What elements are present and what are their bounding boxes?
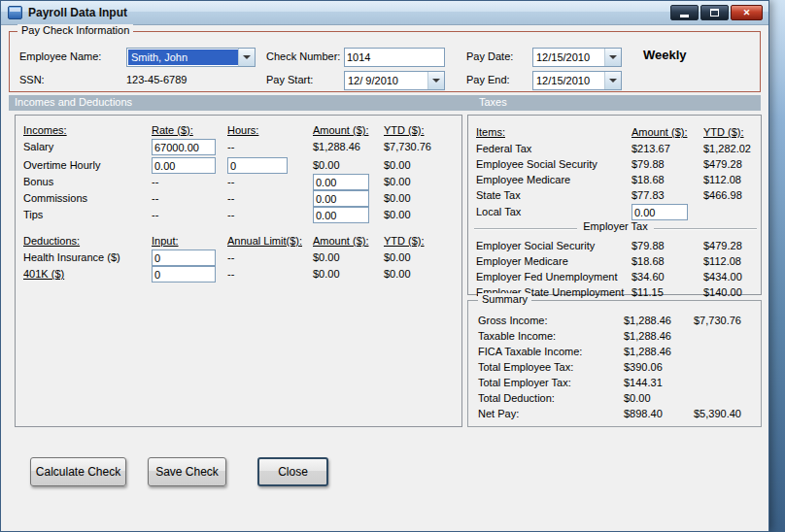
taxes-section-header: Taxes: [479, 96, 507, 108]
tax-row: Employer Fed Unemployment $34.60 $434.00: [468, 271, 761, 286]
cell-value: $112.08: [703, 255, 741, 267]
incomes-section-header: Incomes and Deductions: [15, 96, 132, 108]
401k-input[interactable]: [152, 266, 216, 283]
overtime-rate-input[interactable]: [152, 157, 216, 174]
close-button[interactable]: ✕: [731, 5, 763, 20]
ssn-value: 123-45-6789: [126, 74, 187, 85]
employee-name-combobox[interactable]: Smith, John: [126, 48, 256, 67]
tips-amount-input[interactable]: [313, 207, 369, 223]
close-check-button[interactable]: Close: [257, 457, 328, 486]
cell-value: --: [227, 268, 234, 280]
row-label: FICA Taxable Income:: [478, 346, 582, 357]
save-check-button[interactable]: Save Check: [148, 457, 226, 486]
employee-name-dropdown-button[interactable]: [238, 49, 255, 66]
maximize-button[interactable]: [700, 5, 729, 20]
cell-value: --: [152, 209, 158, 220]
minimize-icon: [680, 15, 689, 17]
cell-value: $0.00: [384, 192, 411, 204]
titlebar[interactable]: Payroll Data Input ✕: [1, 1, 768, 25]
tax-row: Employer Medicare $18.68 $112.08: [468, 255, 761, 271]
summary-row: FICA Taxable Income: $1,288.46: [468, 346, 761, 361]
health-insurance-input[interactable]: [152, 249, 216, 266]
cell-value: $144.31: [624, 377, 663, 388]
close-icon: ✕: [743, 9, 751, 17]
pay-date-picker[interactable]: 12/15/2010: [532, 48, 622, 67]
cell-value: $79.88: [631, 158, 665, 170]
tax-row: Federal Tax $213.67 $1,282.02: [468, 143, 761, 158]
cell-value: $0.00: [384, 251, 411, 263]
row-label: Employer Medicare: [476, 255, 568, 267]
employee-name-selected-value: Smith, John: [128, 50, 238, 65]
column-header: Rate ($):: [152, 124, 193, 136]
cell-value: $390.06: [624, 361, 663, 373]
tax-row: Employee Social Security $79.88 $479.28: [468, 158, 761, 174]
cell-value: $34.60: [631, 271, 665, 283]
column-header: Amount ($):: [631, 126, 687, 138]
cell-value: $77.83: [631, 189, 665, 201]
incomes-header-row: Incomes: Rate ($): Hours: Amount ($): YT…: [16, 124, 461, 140]
row-label: Employer Social Security: [476, 240, 595, 251]
income-row-tips: Tips -- -- $0.00: [16, 209, 461, 224]
cell-value: $18.68: [631, 255, 665, 267]
row-label: Employee Social Security: [476, 158, 597, 170]
local-tax-input[interactable]: [631, 204, 688, 220]
cell-value: $18.68: [631, 174, 665, 185]
cell-value: --: [227, 192, 234, 204]
paycheck-info-groupbox: Pay Check Information Employee Name: Smi…: [9, 31, 761, 92]
row-label: Total Employer Tax:: [478, 377, 571, 388]
cell-value: $213.67: [631, 143, 670, 154]
minimize-button[interactable]: [670, 5, 699, 20]
employer-tax-divider: Employer Tax: [474, 220, 757, 235]
overtime-hours-input[interactable]: [227, 157, 288, 174]
cell-value: $0.00: [624, 392, 651, 404]
row-label: Net Pay:: [478, 408, 519, 419]
window-title: Payroll Data Input: [28, 6, 127, 19]
calculate-check-button[interactable]: Calculate Check: [30, 457, 126, 486]
row-label: Employee Medicare: [476, 174, 570, 185]
summary-row: Total Employer Tax: $144.31: [468, 377, 761, 392]
deductions-header-row: Deductions: Input: Annual Limit($): Amou…: [16, 235, 461, 250]
deduction-row-health-insurance: Health Insurance ($) -- $0.00 $0.00: [16, 251, 461, 267]
cell-value: $112.08: [703, 174, 741, 185]
cell-value: $1,288.46: [313, 141, 360, 152]
maximize-icon: [710, 9, 719, 17]
cell-value: $5,390.40: [694, 408, 741, 419]
tax-row: State Tax $77.83 $466.98: [468, 189, 761, 205]
cell-value: --: [152, 192, 158, 204]
dropdown-arrow-icon: [243, 55, 251, 59]
cell-value: --: [227, 209, 234, 220]
column-header: Hours:: [227, 124, 258, 136]
401k-link[interactable]: 401K ($): [23, 268, 64, 280]
row-label: Health Insurance ($): [23, 251, 120, 263]
bonus-amount-input[interactable]: [313, 174, 369, 190]
cell-value: $479.28: [703, 240, 742, 251]
column-header: Incomes:: [23, 124, 67, 136]
cell-value: $0.00: [313, 268, 340, 280]
check-number-input[interactable]: [344, 48, 445, 67]
pay-end-value: 12/15/2010: [533, 72, 604, 89]
row-label: Total Employee Tax:: [478, 361, 573, 373]
cell-value: $898.40: [624, 408, 663, 419]
pay-end-dropdown-button[interactable]: [604, 72, 621, 89]
commissions-amount-input[interactable]: [313, 190, 369, 207]
salary-rate-input[interactable]: [152, 139, 216, 155]
summary-row: Total Deduction: $0.00: [468, 392, 761, 408]
ssn-label: SSN:: [19, 74, 45, 85]
pay-start-dropdown-button[interactable]: [427, 72, 444, 89]
cell-value: $0.00: [384, 268, 411, 280]
pay-date-label: Pay Date:: [466, 50, 513, 62]
employee-name-label: Employee Name:: [19, 50, 101, 62]
pay-end-picker[interactable]: 12/15/2010: [532, 71, 622, 90]
check-number-label: Check Number:: [266, 50, 340, 62]
cell-value: $466.98: [703, 189, 742, 201]
cell-value: $1,288.46: [624, 315, 671, 326]
pay-start-picker[interactable]: 12/ 9/2010: [344, 71, 445, 90]
column-header: Annual Limit($):: [227, 235, 302, 247]
column-header: YTD ($):: [384, 124, 425, 136]
cell-value: $140.00: [703, 286, 742, 298]
column-header: Amount ($):: [313, 124, 368, 136]
tax-row-local: Local Tax: [468, 206, 761, 221]
section-header-band: Incomes and Deductions Taxes: [9, 95, 761, 111]
pay-date-dropdown-button[interactable]: [604, 49, 621, 66]
window-controls: ✕: [668, 5, 763, 20]
